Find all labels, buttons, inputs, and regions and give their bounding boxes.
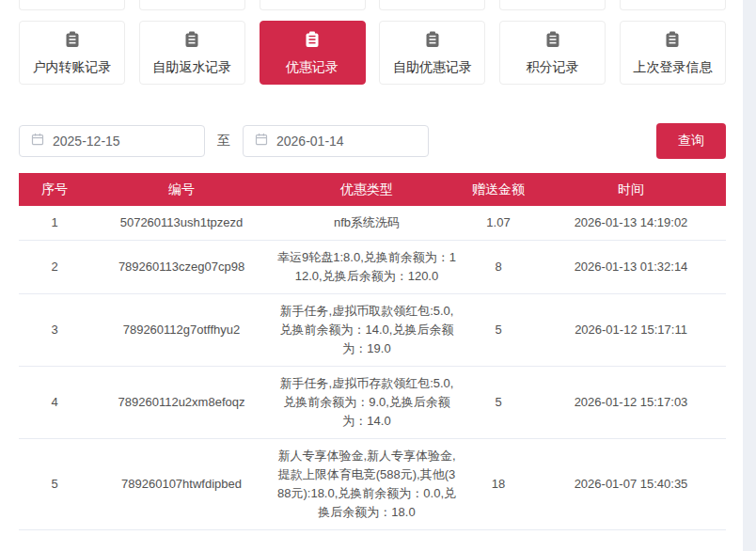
tab-self-promo-records[interactable]: 自助优惠记录 bbox=[379, 21, 485, 85]
calendar-icon bbox=[255, 133, 268, 150]
tab-label: 优惠记录 bbox=[286, 59, 339, 76]
clipboard-icon bbox=[663, 30, 682, 53]
partial-tab[interactable] bbox=[260, 0, 366, 10]
clipboard-icon bbox=[303, 30, 322, 53]
header-type: 优惠类型 bbox=[273, 173, 461, 206]
partial-tab[interactable] bbox=[499, 0, 606, 10]
cell-amount: 5 bbox=[461, 294, 536, 367]
cell-type: 新手任务,虚拟币取款领红包:5.0,兑换前余额为：14.0,兑换后余额为：19.… bbox=[273, 294, 461, 367]
table-row: 5 789260107htwfdipbed 新人专享体验金,新人专享体验金,提款… bbox=[19, 439, 726, 530]
cell-id: 789260112g7otffhyu2 bbox=[90, 294, 273, 367]
table-row: 3 789260112g7otffhyu2 新手任务,虚拟币取款领红包:5.0,… bbox=[19, 294, 726, 367]
date-range-separator: 至 bbox=[217, 133, 230, 150]
partial-tab[interactable] bbox=[620, 0, 726, 10]
table-row: 1 507260113ush1tpzezd nfb系统洗码 1.07 2026-… bbox=[19, 206, 726, 241]
cell-time: 2026-01-12 15:17:11 bbox=[536, 294, 726, 367]
clipboard-icon bbox=[423, 30, 442, 53]
end-date-field[interactable] bbox=[243, 125, 429, 157]
cell-id: 789260107htwfdipbed bbox=[90, 439, 273, 530]
cell-id: 789260113czeg07cp98 bbox=[90, 241, 273, 294]
end-date-input[interactable] bbox=[276, 134, 447, 149]
clipboard-icon bbox=[543, 30, 562, 53]
cell-index: 2 bbox=[19, 241, 90, 294]
cell-type: nfb系统洗码 bbox=[273, 206, 461, 241]
table-row: 2 789260113czeg07cp98 幸运9轮盘1:8.0,兑换前余额为：… bbox=[19, 241, 726, 294]
cell-index: 3 bbox=[19, 294, 90, 367]
tab-points-records[interactable]: 积分记录 bbox=[499, 21, 606, 85]
partial-tab[interactable] bbox=[379, 0, 485, 10]
header-id: 编号 bbox=[90, 173, 273, 206]
table-row: 4 789260112u2xm8efoqz 新手任务,虚拟币存款领红包:5.0,… bbox=[19, 367, 726, 439]
cell-amount: 8 bbox=[461, 241, 536, 294]
tab-label: 上次登录信息 bbox=[633, 59, 712, 76]
cell-index: 1 bbox=[19, 206, 90, 241]
clipboard-icon bbox=[182, 30, 201, 53]
header-amount: 赠送金额 bbox=[461, 173, 536, 206]
scrollbar-track[interactable] bbox=[743, 0, 756, 551]
partial-tab[interactable] bbox=[19, 0, 125, 10]
cell-index: 5 bbox=[19, 439, 90, 530]
query-button[interactable]: 查询 bbox=[656, 123, 726, 159]
tab-promo-records[interactable]: 优惠记录 bbox=[260, 21, 366, 85]
cell-time: 2026-01-13 14:19:02 bbox=[536, 206, 726, 241]
tab-label: 户内转账记录 bbox=[33, 59, 112, 76]
cell-amount: 5 bbox=[461, 367, 536, 439]
cell-type: 幸运9轮盘1:8.0,兑换前余额为：112.0,兑换后余额为：120.0 bbox=[273, 241, 461, 294]
filter-row: 至 查询 bbox=[19, 123, 726, 159]
cell-type: 新手任务,虚拟币存款领红包:5.0,兑换前余额为：9.0,兑换后余额为：14.0 bbox=[273, 367, 461, 439]
tab-internal-transfer-records[interactable]: 户内转账记录 bbox=[19, 21, 125, 85]
partial-tab[interactable] bbox=[139, 0, 245, 10]
records-panel: 户内转账记录 自助返水记录 优惠记录 自助优惠记录 积分记录 bbox=[19, 0, 726, 530]
cell-time: 2026-01-07 15:40:35 bbox=[536, 439, 726, 530]
cell-amount: 1.07 bbox=[461, 206, 536, 241]
cell-id: 789260112u2xm8efoqz bbox=[90, 367, 273, 439]
table-header-row: 序号 编号 优惠类型 赠送金额 时间 bbox=[19, 173, 726, 206]
record-tabs: 户内转账记录 自助返水记录 优惠记录 自助优惠记录 积分记录 bbox=[19, 21, 726, 85]
partial-tab-row bbox=[19, 0, 726, 10]
header-index: 序号 bbox=[19, 173, 90, 206]
tab-label: 积分记录 bbox=[527, 59, 579, 76]
promo-records-table: 序号 编号 优惠类型 赠送金额 时间 1 507260113ush1tpzezd… bbox=[19, 173, 726, 530]
cell-time: 2026-01-13 01:32:14 bbox=[536, 241, 726, 294]
tab-last-login-info[interactable]: 上次登录信息 bbox=[620, 21, 726, 85]
clipboard-icon bbox=[63, 30, 82, 53]
cell-id: 507260113ush1tpzezd bbox=[90, 206, 273, 241]
start-date-field[interactable] bbox=[19, 125, 205, 157]
tab-label: 自助返水记录 bbox=[152, 59, 231, 76]
tab-label: 自助优惠记录 bbox=[393, 59, 472, 76]
calendar-icon bbox=[31, 133, 44, 150]
cell-index: 4 bbox=[19, 367, 90, 439]
cell-time: 2026-01-12 15:17:03 bbox=[536, 367, 726, 439]
header-time: 时间 bbox=[536, 173, 726, 206]
cell-amount: 18 bbox=[461, 439, 536, 530]
cell-type: 新人专享体验金,新人专享体验金,提款上限体育电竞(588元),其他(388元):… bbox=[273, 439, 461, 530]
start-date-input[interactable] bbox=[53, 134, 223, 149]
tab-self-rebate-records[interactable]: 自助返水记录 bbox=[139, 21, 245, 85]
